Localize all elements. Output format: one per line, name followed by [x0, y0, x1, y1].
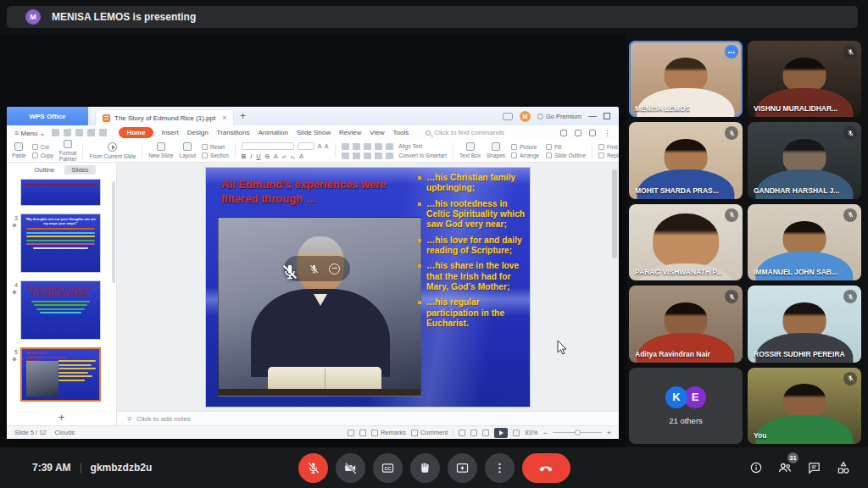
font-size-select[interactable]: [298, 142, 314, 150]
remove-icon[interactable]: [329, 263, 340, 274]
account-avatar[interactable]: M: [520, 111, 531, 122]
mic-toggle-button[interactable]: [298, 453, 328, 483]
participant-tile-gandhar[interactable]: GANDHAR HARSHAL J...: [748, 122, 861, 198]
handwriting-icon[interactable]: [359, 430, 366, 436]
arrange-button[interactable]: Arrange: [511, 152, 539, 158]
participants-button[interactable]: 31: [777, 460, 793, 475]
zoom-in-button[interactable]: +: [607, 429, 611, 437]
document-tab[interactable]: The Story of Edmund Rice (1).ppt ×: [95, 109, 234, 125]
align-text-button[interactable]: Align Text: [398, 143, 422, 149]
replace-button[interactable]: Replace: [598, 152, 619, 158]
tab-animation[interactable]: Animation: [258, 129, 288, 136]
section-button[interactable]: Section: [202, 152, 229, 158]
slide-4-thumbnail[interactable]: What the caterpillar calls the end of li…: [20, 280, 101, 340]
font-family-select[interactable]: [242, 142, 294, 150]
list-indent-icons[interactable]: [342, 143, 349, 150]
comment-button[interactable]: Comment: [411, 429, 448, 436]
slide-canvas: All Edmund’s experiences were filtered t…: [117, 163, 619, 411]
zoom-out-button[interactable]: −: [542, 429, 547, 437]
paste-button[interactable]: Paste: [12, 142, 26, 158]
tab-outline[interactable]: Outline: [27, 165, 61, 175]
slide-sorter-view-icon[interactable]: [470, 430, 477, 436]
present-screen-button[interactable]: [448, 453, 477, 483]
alignment-icons[interactable]: [342, 152, 349, 159]
participant-tile-mohit[interactable]: MOHIT SHARDA PRAS...: [629, 122, 743, 198]
notes-area[interactable]: ≡ Click to add notes: [117, 411, 619, 425]
shapes-button[interactable]: Shapes: [487, 142, 505, 158]
more-options-button[interactable]: [485, 453, 515, 483]
maximize-window-icon[interactable]: [604, 113, 610, 119]
comments-panel-icon[interactable]: [589, 130, 596, 136]
normal-view-icon[interactable]: [459, 430, 465, 436]
docer-icon[interactable]: [503, 113, 513, 120]
share-icon[interactable]: [560, 130, 567, 136]
fit-slide-icon[interactable]: [513, 430, 520, 436]
participant-tile-aditya[interactable]: Aditya Ravindran Nair: [629, 286, 743, 362]
participant-tile-rossir[interactable]: ROSSIR SUDHIR PEREIRA: [748, 286, 861, 362]
zoom-slider[interactable]: [553, 432, 602, 433]
new-tab-button[interactable]: +: [234, 107, 251, 125]
menu-button[interactable]: ≡ Menu ⌄: [14, 129, 45, 137]
participant-tile-vishnu[interactable]: VISHNU MURALIDHAR...: [748, 41, 861, 117]
participant-tile-menisa[interactable]: MENISA LEMOS: [629, 41, 743, 117]
format-painter-button[interactable]: Format Painter: [59, 140, 77, 162]
captions-button[interactable]: CC: [373, 453, 403, 483]
zoom-slider-thumb[interactable]: [575, 430, 581, 435]
cut-button[interactable]: Cut: [32, 144, 53, 150]
reading-view-icon[interactable]: [482, 430, 489, 436]
tile-menu-button[interactable]: [725, 45, 738, 58]
tab-review[interactable]: Review: [339, 129, 361, 136]
tab-view[interactable]: View: [370, 129, 384, 136]
wps-home-tab[interactable]: WPS Office: [7, 107, 88, 125]
more-options-icon[interactable]: ⋮: [604, 129, 611, 137]
slide-3-thumbnail[interactable]: “My thoughts are not your thoughts nor a…: [20, 214, 101, 273]
tab-insert[interactable]: Insert: [162, 129, 179, 136]
reset-button[interactable]: Reset: [202, 144, 229, 150]
tab-slides[interactable]: Slides: [64, 165, 95, 175]
grow-shrink-font-icons[interactable]: A A: [318, 143, 330, 149]
participant-tile-you[interactable]: You: [748, 368, 861, 444]
camera-toggle-button[interactable]: [336, 453, 365, 483]
spellcheck-icon[interactable]: [348, 430, 354, 436]
minimize-window-icon[interactable]: —: [588, 113, 597, 119]
zoom-level[interactable]: 83%: [525, 429, 537, 436]
slideshow-play-button[interactable]: [494, 428, 508, 438]
new-slide-button[interactable]: New Slide: [148, 142, 173, 158]
fill-button[interactable]: Fill: [546, 144, 586, 150]
participant-tile-immanuel[interactable]: IMMANUEL JOHN SAB...: [748, 204, 861, 280]
from-current-slide-button[interactable]: From Current Slide: [89, 142, 136, 159]
participant-tile-parag[interactable]: PARAG VISHWANATH P...: [629, 204, 743, 280]
add-slide-button[interactable]: +: [7, 408, 116, 425]
tab-home[interactable]: Home: [119, 127, 153, 138]
layout-button[interactable]: Layout: [180, 142, 197, 158]
raise-hand-button[interactable]: [410, 453, 440, 483]
activities-button[interactable]: [836, 460, 851, 475]
slide-5-thumbnail-current[interactable]: All Edmund’s experiences were filtered t…: [20, 347, 101, 402]
tab-tools[interactable]: Tools: [392, 129, 409, 136]
close-document-icon[interactable]: ×: [222, 114, 226, 122]
more-participants-tile[interactable]: K E 21 others: [629, 368, 743, 444]
panel-scrollbar[interactable]: [112, 181, 115, 283]
picture-button[interactable]: Picture: [511, 144, 539, 150]
slide-2-thumbnail[interactable]: [20, 179, 101, 206]
convert-smartart-button[interactable]: Convert to Smartart: [398, 152, 447, 158]
go-premium-button[interactable]: Go Premium: [537, 113, 581, 120]
chat-button[interactable]: [807, 461, 821, 475]
slide-outline-button[interactable]: Slide Outline: [546, 152, 586, 158]
task-window-icon[interactable]: [575, 130, 581, 136]
quick-access-toolbar-icons[interactable]: [52, 129, 59, 136]
remarks-button[interactable]: Remarks: [371, 429, 406, 436]
current-slide[interactable]: All Edmund’s experiences were filtered t…: [206, 168, 530, 407]
tab-design[interactable]: Design: [187, 129, 209, 136]
find-commands-search[interactable]: Click to find commands: [426, 129, 504, 136]
canvas-scrollbar[interactable]: [612, 169, 617, 258]
mic-off-icon[interactable]: [309, 263, 320, 274]
font-style-buttons[interactable]: BIUSAx²x₂A: [242, 152, 330, 160]
find-button[interactable]: Find: [598, 144, 619, 150]
text-box-button[interactable]: Text Box: [459, 142, 481, 158]
tab-slide-show[interactable]: Slide Show: [297, 129, 331, 136]
tab-transitions[interactable]: Transitions: [217, 129, 250, 136]
meeting-details-button[interactable]: [749, 461, 763, 474]
copy-button[interactable]: Copy: [32, 152, 53, 158]
end-call-button[interactable]: [522, 453, 570, 483]
